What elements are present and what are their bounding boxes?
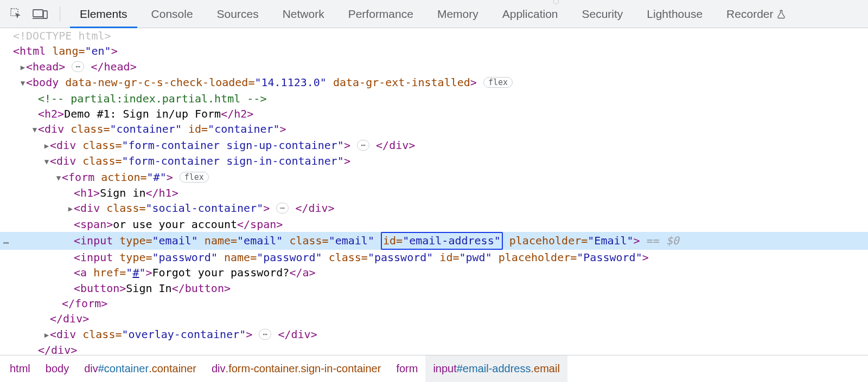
flex-badge[interactable]: flex [483, 77, 513, 88]
device-toggle-icon[interactable] [33, 8, 48, 20]
devtools-toolbar: Elements Console Sources Network Perform… [0, 0, 868, 28]
tree-row-head[interactable]: ▶<head> ⋯ </head> [0, 59, 868, 75]
twisty-icon[interactable]: ▶ [43, 138, 50, 153]
tab-performance[interactable]: Performance [336, 0, 425, 28]
crumb-form[interactable]: form [388, 355, 425, 382]
tree-row-email-input[interactable]: ⋯<input type="email" name="email" class=… [0, 232, 868, 249]
crumb-html[interactable]: html [2, 355, 38, 382]
tree-row-comment[interactable]: <!-- partial:index.partial.html --> [0, 91, 868, 106]
tab-network[interactable]: Network [271, 0, 336, 28]
tree-row-html[interactable]: <html lang="en"> [0, 43, 868, 59]
tree-row-span[interactable]: <span>or use your account</span> [0, 217, 868, 232]
twisty-icon[interactable]: ▶ [43, 327, 50, 342]
crumb-body[interactable]: body [38, 355, 76, 382]
crumb-container[interactable]: div#container.container [76, 355, 204, 382]
flask-icon [776, 9, 786, 19]
tree-row-form-close[interactable]: </form> [0, 296, 868, 311]
collapsed-ellipsis-icon[interactable]: ⋯ [357, 140, 369, 151]
tree-row-body[interactable]: ▼<body data-new-gr-c-s-check-loaded="14.… [0, 75, 868, 90]
svg-rect-1 [33, 10, 43, 17]
elements-tree[interactable]: <!DOCTYPE html> <html lang="en"> ▶<head>… [0, 28, 868, 355]
gutter-ellipsis-icon[interactable]: ⋯ [3, 235, 10, 250]
tab-lighthouse[interactable]: Lighthouse [635, 0, 714, 28]
tab-application[interactable]: Application [490, 0, 570, 28]
breadcrumb: html body div#container.container div.fo… [0, 355, 868, 382]
collapsed-ellipsis-icon[interactable]: ⋯ [276, 203, 289, 213]
selected-indicator: $0 [666, 234, 679, 247]
tree-row-doctype[interactable]: <!DOCTYPE html> [0, 28, 868, 43]
tree-row-password-input[interactable]: <input type="password" name="password" c… [0, 250, 868, 265]
crumb-input[interactable]: input#email-address.email [425, 355, 567, 382]
twisty-icon[interactable]: ▶ [67, 201, 74, 216]
tree-row-h2[interactable]: <h2>Demo #1: Sign in/up Form</h2> [0, 106, 868, 121]
tree-row-signin-close[interactable]: </div> [0, 311, 868, 326]
tab-elements[interactable]: Elements [68, 0, 139, 28]
tree-row-signup[interactable]: ▶<div class="form-container sign-up-cont… [0, 138, 868, 153]
tab-memory[interactable]: Memory [425, 0, 490, 28]
tree-row-container[interactable]: ▼<div class="container" id="container"> [0, 121, 868, 137]
tree-row-social[interactable]: ▶<div class="social-container"> ⋯ </div> [0, 200, 868, 216]
tab-security[interactable]: Security [570, 0, 635, 28]
flex-badge[interactable]: flex [180, 172, 209, 183]
tool-icons-group [0, 0, 68, 28]
tree-row-overlay[interactable]: ▶<div class="overlay-container"> ⋯ </div… [0, 327, 868, 342]
highlighted-id-attribute: id="email-address" [381, 232, 503, 249]
twisty-icon[interactable]: ▶ [20, 60, 26, 75]
tree-row-button[interactable]: <button>Sign In</button> [0, 281, 868, 296]
collapsed-ellipsis-icon[interactable]: ⋯ [72, 61, 84, 72]
twisty-icon[interactable]: ▼ [43, 154, 50, 169]
tree-row-signin-div[interactable]: ▼<div class="form-container sign-in-cont… [0, 153, 868, 169]
tree-row-anchor[interactable]: <a href="#">Forgot your password?</a> [0, 265, 868, 280]
tab-sources[interactable]: Sources [205, 0, 271, 28]
toolbar-separator [60, 7, 60, 22]
tree-row-partial[interactable]: </div> [0, 342, 868, 355]
collapsed-ellipsis-icon[interactable]: ⋯ [259, 329, 271, 340]
tree-row-form[interactable]: ▼<form action="#"> flex [0, 170, 868, 185]
inspect-icon[interactable] [10, 8, 23, 21]
tabs-strip: Elements Console Sources Network Perform… [68, 0, 798, 28]
crumb-form-container[interactable]: div.form-container.sign-in-container [204, 355, 388, 382]
tab-recorder[interactable]: Recorder [714, 0, 798, 28]
twisty-icon[interactable]: ▼ [31, 122, 38, 137]
tab-console[interactable]: Console [139, 0, 205, 28]
twisty-icon[interactable]: ▼ [55, 170, 62, 185]
twisty-icon[interactable]: ▼ [20, 75, 26, 90]
svg-rect-3 [43, 11, 47, 18]
tree-row-h1[interactable]: <h1>Sign in</h1> [0, 185, 868, 200]
